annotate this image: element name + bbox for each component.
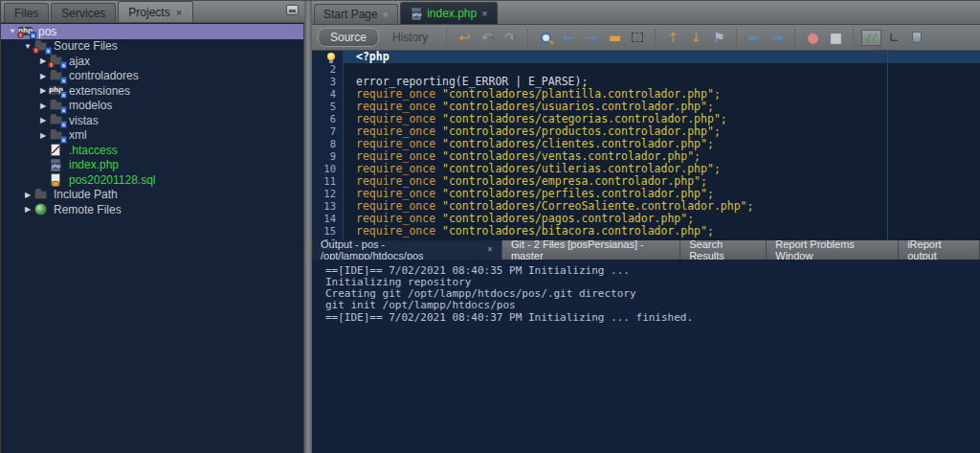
- close-icon[interactable]: ×: [175, 7, 183, 18]
- tree-expander-icon[interactable]: ▶: [37, 86, 49, 95]
- tree-expander-icon[interactable]: ▶: [37, 116, 49, 125]
- start-macro-recording-icon[interactable]: ●: [802, 28, 823, 47]
- toolbar-separator: [446, 29, 447, 46]
- toolbar-separator: [794, 29, 795, 46]
- forward-icon[interactable]: ↷▾: [500, 28, 521, 47]
- tree-item-source-files[interactable]: ▼!sSource Files: [1, 39, 303, 55]
- bottom-tab-git-2-files-pospersianas-master[interactable]: Git - 2 Files [posPersianas] - master: [502, 240, 680, 260]
- bottom-tab-ireport-output[interactable]: iReport output: [899, 240, 980, 260]
- dropdown-arrow-icon[interactable]: ▾: [513, 34, 517, 42]
- output-line: ==[IDE]== 7/02/2021 08:40:37 PM Initiali…: [325, 312, 980, 324]
- toolbar-separator: [655, 29, 656, 46]
- toolbar-separator: [736, 29, 737, 46]
- bottom-tab-report-problems-window[interactable]: Report Problems Window: [767, 240, 899, 260]
- previous-bookmark-icon[interactable]: ↑: [662, 28, 683, 47]
- bottom-tab-search-results[interactable]: Search Results: [680, 240, 767, 260]
- source-view-button[interactable]: Source: [318, 28, 379, 47]
- line-number: 6: [312, 113, 344, 125]
- code-line[interactable]: 15require_once "controladores/bitacora.c…: [312, 225, 980, 238]
- tab-projects[interactable]: Projects×: [118, 1, 193, 22]
- tab-label: Files: [14, 7, 38, 20]
- tab-services[interactable]: Services: [51, 3, 116, 22]
- toolbar-separator: [853, 29, 854, 46]
- history-view-button[interactable]: History: [381, 29, 439, 46]
- tree-item-pos[interactable]: ▼php!spos: [1, 24, 303, 39]
- editor-tab-index-php[interactable]: phpindex.php×: [400, 2, 497, 24]
- code-line[interactable]: 16: [312, 238, 980, 240]
- code-line[interactable]: <?php: [312, 51, 980, 63]
- find-previous-occurrence-icon[interactable]: ←: [558, 28, 579, 47]
- tree-item-modelos[interactable]: ▶smodelos: [1, 99, 303, 114]
- close-icon[interactable]: ×: [481, 8, 487, 19]
- panel-splitter[interactable]: [304, 1, 312, 453]
- indent-icon[interactable]: ∟: [883, 28, 904, 47]
- tree-expander-icon[interactable]: ▶: [37, 102, 49, 110]
- line-number: 16: [312, 238, 344, 240]
- file-sql-icon: [49, 173, 65, 186]
- tree-item-include-path[interactable]: ▶Include Path: [1, 188, 303, 203]
- tree-item-label: xml: [69, 128, 87, 142]
- close-icon[interactable]: ×: [487, 244, 493, 255]
- find-selection-icon[interactable]: [535, 28, 556, 47]
- editor-tab-label: index.php: [427, 7, 477, 20]
- tree-item-ajax[interactable]: ▶!sajax: [1, 54, 303, 69]
- file-php-icon: php: [49, 159, 65, 171]
- tree-expander-icon[interactable]: ▶: [37, 72, 49, 80]
- back-icon[interactable]: ↶▾: [477, 28, 498, 47]
- editor-tab-label: Start Page: [323, 8, 378, 21]
- code-lines: <?php23error_reporting(E_ERROR | E_PARSE…: [312, 51, 980, 240]
- tree-item-label: vistas: [69, 114, 99, 127]
- shift-line-right-icon[interactable]: ⇥: [767, 28, 788, 47]
- code-editor[interactable]: <?php23error_reporting(E_ERROR | E_PARSE…: [312, 51, 980, 240]
- dropdown-arrow-icon[interactable]: ▾: [490, 34, 494, 42]
- tree-item-remote-files[interactable]: ▶Remote Files: [1, 202, 303, 217]
- tree-expander-icon[interactable]: ▶: [37, 131, 49, 140]
- line-number: 15: [312, 225, 344, 238]
- tree-item-xml[interactable]: ▶sxml: [1, 128, 303, 144]
- line-number: 9: [312, 150, 344, 163]
- php-project-icon: php!s: [18, 25, 34, 37]
- right-margin-line: [887, 51, 888, 240]
- tree-item-htaccess[interactable]: .htaccess: [1, 143, 303, 158]
- folder-icon: s: [49, 114, 65, 126]
- bottom-tab-label: Output - pos - /opt/lampp/htdocs/pos: [321, 238, 482, 261]
- toolbar-separator: [527, 29, 528, 46]
- line-number: 4: [312, 88, 344, 101]
- shift-line-left-icon[interactable]: ⇤: [744, 28, 765, 47]
- file-htaccess-icon: [49, 144, 65, 156]
- folder-icon: s: [49, 70, 65, 82]
- toggle-comment-icon[interactable]: //: [860, 28, 881, 47]
- tree-item-controladores[interactable]: ▶scontroladores: [1, 69, 303, 84]
- rectangular-selection-icon[interactable]: [627, 28, 648, 47]
- line-number: 5: [312, 101, 344, 113]
- find-next-occurrence-icon[interactable]: →: [581, 28, 602, 47]
- toggle-highlight-search-icon[interactable]: ▬: [604, 28, 625, 47]
- toggle-bookmark-icon[interactable]: ⚑: [708, 28, 729, 47]
- tree-item-label: .htaccess: [69, 144, 118, 157]
- tree-expander-icon[interactable]: ▶: [22, 205, 33, 214]
- tree-item-pos20201128-sql[interactable]: pos20201128.sql: [1, 172, 303, 188]
- output-line: git init /opt/lampp/htdocs/pos: [325, 300, 980, 311]
- tab-label: Projects: [128, 6, 169, 19]
- tab-files[interactable]: Files: [4, 3, 49, 22]
- tree-item-extensiones[interactable]: ▶phpsextensiones: [1, 83, 303, 99]
- bottom-tab-output-pos-opt-lampp-htdocs-pos[interactable]: Output - pos - /opt/lampp/htdocs/pos×: [312, 240, 502, 260]
- folder-php-icon: phps: [49, 84, 65, 97]
- paste-formatted-icon[interactable]: [906, 28, 927, 47]
- tree-item-index-php[interactable]: phpindex.php: [1, 158, 303, 173]
- last-edit-location-icon[interactable]: ↩: [454, 28, 475, 47]
- editor-tab-start-page[interactable]: Start Page×: [314, 4, 398, 24]
- left-tabbar-tabs: FilesServicesProjects×: [4, 1, 195, 22]
- project-tree[interactable]: ▼php!spos▼!sSource Files▶!sajax▶scontrol…: [1, 23, 304, 453]
- left-panel-tabbar: FilesServicesProjects×: [1, 1, 304, 23]
- line-number: [312, 51, 344, 63]
- close-icon[interactable]: ×: [383, 9, 389, 20]
- tree-item-vistas[interactable]: ▶svistas: [1, 113, 303, 128]
- next-bookmark-icon[interactable]: ↓: [685, 28, 706, 47]
- minimize-panel-button[interactable]: [286, 5, 299, 15]
- tree-expander-icon[interactable]: ▶: [22, 191, 33, 199]
- line-number: 2: [312, 63, 344, 76]
- line-number: 8: [312, 138, 344, 150]
- editor-region: Start Page×phpindex.php× Source History …: [312, 1, 980, 453]
- stop-macro-recording-icon[interactable]: ■: [825, 28, 846, 47]
